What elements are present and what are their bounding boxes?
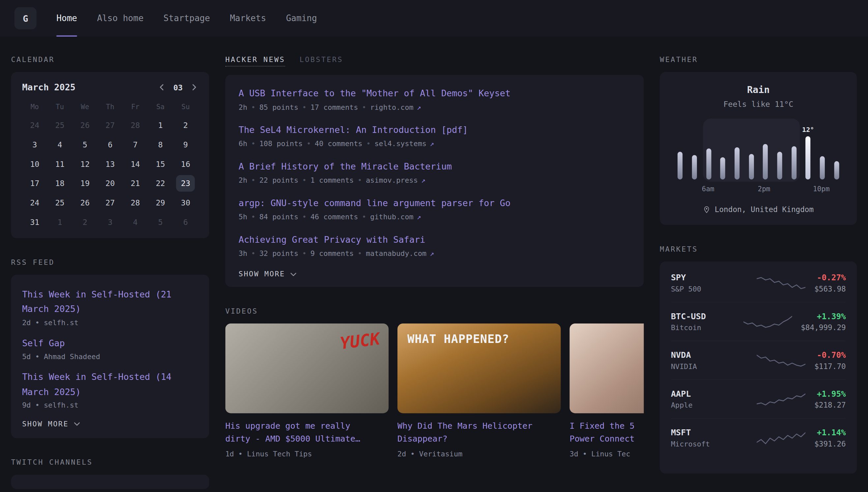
news-item-title[interactable]: A Brief History of the Miracle Bacterium (239, 160, 630, 173)
weather-times: 6am2pm10pm (673, 184, 844, 193)
calendar-prev-icon[interactable] (158, 83, 166, 91)
tab-hacker-news[interactable]: HACKER NEWS (226, 55, 285, 67)
market-price: $117.70 (814, 362, 846, 370)
weather-bar (792, 146, 796, 179)
nav-tab-startpage[interactable]: Startpage (163, 0, 210, 36)
news-list: A USB Interface to the "Mother of All De… (239, 87, 630, 257)
news-item-source[interactable]: asimov.press (366, 176, 418, 184)
calendar-day: 11 (47, 154, 72, 173)
chevron-down-icon (73, 420, 81, 428)
news-item-title[interactable]: A USB Interface to the "Mother of All De… (239, 87, 630, 100)
news-item-title[interactable]: Achieving Great Privacy with Safari (239, 233, 630, 246)
market-name: Bitcoin (671, 323, 737, 332)
time-label (715, 184, 729, 193)
calendar-day: 20 (98, 173, 123, 193)
calendar-day: 3 (98, 212, 123, 231)
weather-bar (820, 156, 825, 180)
weather-location: London, United Kingdom (715, 205, 814, 214)
rss-item-title[interactable]: Self Gap (22, 336, 198, 350)
calendar-weekdays: MoTuWeThFrSaSu (22, 97, 198, 115)
nav-tab-markets[interactable]: Markets (230, 0, 266, 36)
market-price: $563.98 (814, 284, 846, 293)
separator-dot: • (302, 103, 307, 111)
time-label (771, 184, 785, 193)
market-name: Apple (671, 401, 750, 409)
weather-bar-slot (744, 124, 758, 179)
nav-tab-home[interactable]: Home (56, 0, 77, 36)
market-values: +1.14%$391.26 (814, 428, 846, 448)
separator-dot: • (251, 140, 255, 148)
rss-item-meta: 9d • selfh.st (22, 401, 198, 409)
calendar-day: 4 (123, 212, 148, 231)
show-more-label: SHOW MORE (239, 270, 285, 278)
tab-lobsters[interactable]: LOBSTERS (299, 55, 343, 66)
market-row[interactable]: NVDANVIDIA-0.70%$117.70 (671, 341, 846, 379)
news-item-age: 2h (239, 103, 247, 111)
weather-feels-like: Feels like 11°C (673, 100, 844, 108)
weather-condition: Rain (673, 84, 844, 95)
news-item-comments: 46 comments (310, 213, 358, 221)
calendar-day: 5 (148, 212, 173, 231)
news-item: A Brief History of the Miracle Bacterium… (239, 160, 630, 184)
video-thumbnail[interactable]: YUCK (226, 323, 389, 413)
video-title[interactable]: I Fixed the 5Power Connect (570, 420, 644, 445)
calendar-day: 26 (73, 115, 98, 134)
weekday-label: Tu (47, 97, 72, 115)
market-row[interactable]: AAPLApple+1.95%$218.27 (671, 379, 846, 418)
news-show-more-button[interactable]: SHOW MORE (239, 270, 630, 278)
video-title[interactable]: Why Did The Mars HelicopterDisappear? (397, 420, 561, 445)
news-item-title[interactable]: argp: GNU-style command line argument pa… (239, 197, 630, 210)
market-change: -0.70% (814, 350, 846, 359)
market-info: NVDANVIDIA (671, 350, 750, 371)
weather-bar (735, 147, 739, 179)
weather-bar (749, 154, 754, 179)
time-label (743, 184, 757, 193)
rss-show-more-button[interactable]: SHOW MORE (22, 420, 198, 428)
weather-bar (806, 136, 811, 179)
markets-widget: SPYS&P 500-0.27%$563.98BTC-USDBitcoin+1.… (660, 262, 857, 473)
market-row[interactable]: SPYS&P 500-0.27%$563.98 (671, 264, 846, 302)
market-row[interactable]: MSFTMicrosoft+1.14%$391.26 (671, 418, 846, 457)
video-card: WHAT HAPPENED?Why Did The Mars Helicopte… (397, 323, 561, 458)
news-item: A USB Interface to the "Mother of All De… (239, 87, 630, 112)
nav-tabs: HomeAlso homeStartpageMarketsGaming (56, 0, 317, 36)
rss-item-title[interactable]: This Week in Self-Hosted (21 March 2025) (22, 288, 198, 317)
separator-dot: • (358, 176, 362, 184)
app-logo[interactable]: G (15, 7, 36, 29)
weekday-label: Su (173, 97, 198, 115)
video-meta: 3d • Linus Tec (570, 449, 644, 458)
news-item-title[interactable]: The SeL4 Microkernel: An Introduction [p… (239, 124, 630, 137)
news-item-meta: 3h•32 points•9 comments•matanabudy.com↗ (239, 249, 630, 257)
market-row[interactable]: BTC-USDBitcoin+1.39%$84,999.29 (671, 302, 846, 341)
weather-widget: Rain Feels like 11°C 12° 6am2pm10pm Lond… (660, 72, 857, 225)
weather-bar-slot (830, 124, 844, 179)
market-symbol: MSFT (671, 428, 750, 438)
news-item-comments: 9 comments (310, 249, 353, 257)
nav-tab-gaming[interactable]: Gaming (286, 0, 317, 36)
news-item-meta: 2h•85 points•17 comments•righto.com↗ (239, 103, 630, 111)
calendar-day: 28 (123, 115, 148, 134)
calendar-day: 13 (98, 154, 123, 173)
news-item-source[interactable]: github.com (370, 213, 413, 221)
news-item-source[interactable]: matanabudy.com (366, 249, 426, 257)
calendar-day: 7 (123, 134, 148, 154)
news-item-age: 5h (239, 213, 247, 221)
calendar-day: 4 (47, 134, 72, 154)
calendar-next-icon[interactable] (190, 83, 198, 91)
rss-item-title[interactable]: This Week in Self-Hosted (14 March 2025) (22, 370, 198, 399)
nav-tab-also-home[interactable]: Also home (97, 0, 144, 36)
calendar-day: 10 (22, 154, 47, 173)
news-item-source[interactable]: sel4.systems (374, 140, 426, 148)
market-change: -0.27% (814, 273, 846, 281)
news-item-source[interactable]: righto.com (370, 103, 413, 111)
video-thumbnail[interactable]: WHAT HAPPENED? (397, 323, 561, 413)
thumbnail-overlay-text: YUCK (339, 329, 381, 353)
video-thumbnail[interactable]: DO (570, 323, 644, 413)
market-sparkline (757, 353, 806, 368)
video-title[interactable]: His upgrade got me reallydirty - AMD $50… (226, 420, 389, 445)
calendar-day: 15 (148, 154, 173, 173)
calendar-day: 3 (22, 134, 47, 154)
video-card: YUCKHis upgrade got me reallydirty - AMD… (226, 323, 389, 458)
market-info: AAPLApple (671, 389, 750, 409)
chevron-down-icon (289, 270, 297, 278)
